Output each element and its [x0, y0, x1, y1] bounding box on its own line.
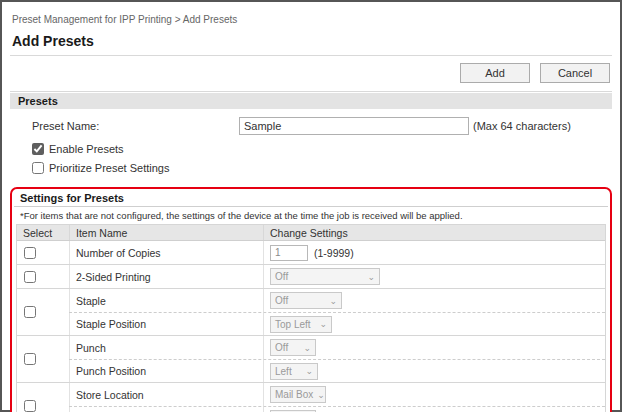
page-title: Add Presets [10, 31, 612, 56]
preset-name-note: (Max 64 characters) [473, 120, 571, 132]
table-row: 2-Sided Printing Off ⌄ [17, 265, 605, 289]
settings-table: Select Item Name Change Settings Number … [16, 224, 606, 412]
item-name: Staple Position [69, 313, 263, 335]
preset-name-label: Preset Name: [32, 120, 239, 132]
settings-note: *For items that are not configured, the … [14, 207, 608, 224]
table-row: Staple Off ⌄ Staple Position Top L [17, 289, 605, 336]
table-row: Number of Copies (1-9999) [17, 241, 605, 265]
prioritize-presets-label: Prioritize Preset Settings [49, 162, 169, 174]
copies-input[interactable] [270, 245, 308, 261]
breadcrumb[interactable]: Preset Management for IPP Printing > Add… [10, 10, 612, 31]
column-header-select: Select [17, 225, 69, 240]
staple-select[interactable]: Off ⌄ [270, 292, 342, 309]
item-name: Staple [69, 289, 263, 312]
enable-presets-row: Enable Presets [32, 139, 610, 158]
item-name: Number of Copies [69, 241, 263, 264]
enable-presets-checkbox[interactable] [32, 143, 44, 155]
store-location-select[interactable]: Mail Box ⌄ [270, 386, 326, 403]
select-staple-checkbox[interactable] [24, 306, 36, 318]
settings-table-header: Select Item Name Change Settings [17, 225, 605, 241]
chevron-down-icon: ⌄ [367, 273, 375, 281]
punch-select[interactable]: Off ⌄ [270, 339, 316, 356]
chevron-down-icon: ⌄ [305, 367, 313, 375]
select-copies-checkbox[interactable] [24, 247, 36, 259]
item-name: 2-Sided Printing [69, 265, 263, 288]
presets-section-body: Preset Name: (Max 64 characters) Enable … [10, 109, 612, 179]
column-header-item-name: Item Name [69, 225, 263, 240]
chevron-down-icon: ⌄ [319, 320, 327, 328]
select-store-checkbox[interactable] [24, 400, 36, 412]
settings-highlight-box: Settings for Presets *For items that are… [10, 187, 612, 412]
copies-range-note: (1-9999) [314, 247, 354, 259]
item-name: Store Location [69, 383, 263, 406]
punch-position-select[interactable]: Left ⌄ [270, 363, 318, 380]
item-name: Punch Position [69, 360, 263, 382]
presets-section-header: Presets [10, 93, 612, 109]
page: Preset Management for IPP Printing > Add… [0, 0, 622, 412]
select-two-sided-checkbox[interactable] [24, 271, 36, 283]
chevron-down-icon: ⌄ [317, 391, 325, 399]
prioritize-presets-row: Prioritize Preset Settings [32, 158, 610, 177]
enable-presets-label: Enable Presets [49, 143, 124, 155]
chevron-down-icon: ⌄ [329, 297, 337, 305]
chevron-down-icon: ⌄ [303, 344, 311, 352]
table-row: Store Location Mail Box ⌄ Box Number [17, 383, 605, 412]
settings-section-header: Settings for Presets [14, 189, 608, 207]
toolbar: Add Cancel [10, 56, 612, 92]
prioritize-preset-settings-checkbox[interactable] [32, 162, 44, 174]
item-name: Box Number [69, 407, 263, 412]
preset-name-row: Preset Name: (Max 64 characters) [12, 113, 610, 139]
item-name: Punch [69, 336, 263, 359]
staple-position-select[interactable]: Top Left ⌄ [270, 316, 332, 333]
column-header-change-settings: Change Settings [263, 225, 605, 240]
cancel-button[interactable]: Cancel [540, 63, 610, 83]
two-sided-select[interactable]: Off ⌄ [270, 268, 380, 285]
select-punch-checkbox[interactable] [24, 353, 36, 365]
add-button[interactable]: Add [460, 63, 530, 83]
table-row: Punch Off ⌄ Punch Position Left [17, 336, 605, 383]
preset-name-input[interactable] [239, 117, 469, 135]
